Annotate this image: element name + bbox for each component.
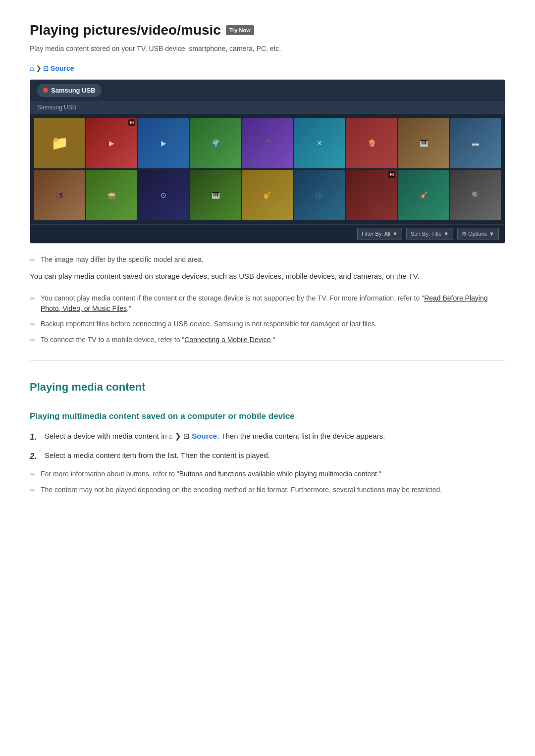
play-icon: 🥁 (107, 190, 116, 201)
note-item-2: ✏ You cannot play media content if the c… (30, 293, 505, 314)
media-cell-5[interactable]: ✕ (294, 118, 345, 168)
folder-icon: 📁 (51, 133, 68, 153)
play-icon: 🎩 (55, 190, 64, 201)
section-divider (30, 360, 505, 361)
media-cell-r2-4[interactable]: 🎹 (190, 170, 241, 220)
play-icon: 🎷 (264, 190, 272, 201)
step1-home-icon: ⌂ (169, 433, 173, 440)
media-cell-r2-1[interactable]: 🎩 (34, 170, 85, 220)
media-cell-6[interactable]: 🍿 (346, 118, 397, 168)
step-num-2: 2. (30, 450, 39, 463)
media-cell-folder[interactable]: 📁 (34, 118, 85, 168)
samsung-usb-label: Samsung USB (51, 86, 96, 96)
note-item-3: ✏ Backup important files before connecti… (30, 319, 505, 330)
step-2-text: Select a media content item from the lis… (45, 450, 270, 463)
steps-list: 1. Select a device with media content in… (30, 430, 505, 463)
media-cell-r2-8[interactable]: 🎸 (398, 170, 449, 220)
note-text-3: Backup important files before connecting… (41, 319, 377, 329)
media-cell-8[interactable]: ▬ (450, 118, 501, 168)
filter-button[interactable]: Filter By: All ▼ (357, 228, 402, 240)
pencil-icon-2: ✏ (30, 294, 36, 304)
link-connecting-mobile[interactable]: Connecting a Mobile Device (184, 336, 270, 344)
sort-button[interactable]: Sort By: Title ▼ (406, 228, 453, 240)
play-icon: ▶ (161, 138, 166, 149)
media-cell-2[interactable]: ▶ (138, 118, 189, 168)
sort-label: Sort By: Title (411, 230, 441, 238)
media-cell-3[interactable]: 🌍 (190, 118, 241, 168)
breadcrumb: ⌂ ❯ ⊡ Source (30, 63, 505, 74)
play-icon: 🎵 (264, 138, 272, 149)
screenshot-sub-label: Samsung USB (37, 104, 76, 111)
play-icon: 🎹 (212, 190, 220, 201)
media-cell-4[interactable]: 🎵 (242, 118, 293, 168)
note-item-4: ✏ To connect the TV to a mobile device, … (30, 335, 505, 346)
options-chevron: ▼ (489, 230, 494, 238)
note-item-1: ✏ The image may differ by the specific m… (30, 254, 505, 265)
link-buttons-functions[interactable]: Buttons and functions available while pl… (179, 470, 377, 478)
section2-heading: Playing multimedia content saved on a co… (30, 410, 505, 423)
body-paragraph: You can play media content saved on stor… (30, 270, 505, 282)
media-grid: 📁 HI ▶ ▶ 🌍 🎵 ✕ 🍿 🎹 ▬ 🎩 (30, 114, 505, 224)
play-icon: 🌍 (212, 138, 220, 149)
screenshot-bottom-bar: Filter By: All ▼ Sort By: Title ▼ ⚙ Opti… (30, 224, 505, 243)
step1-chevron: ❯ (175, 432, 183, 440)
media-badge-hi: HI (128, 119, 135, 126)
link-read-before[interactable]: Read Before Playing Photo, Video, or Mus… (41, 294, 488, 312)
media-badge-hi2: HI (388, 171, 395, 178)
play-icon: 🎸 (420, 190, 428, 201)
section1-heading: Playing media content (30, 379, 505, 399)
media-cell-1[interactable]: HI ▶ (86, 118, 137, 168)
play-icon: 🔍 (472, 190, 480, 201)
play-icon: ⊙ (160, 190, 166, 201)
note-item-6: ✏ The content may not be played dependin… (30, 485, 505, 496)
play-icon: 🎹 (420, 138, 428, 149)
filter-label: Filter By: All (362, 230, 390, 238)
breadcrumb-source-label[interactable]: Source (51, 63, 74, 74)
pencil-icon-5: ✏ (30, 469, 36, 480)
media-cell-7[interactable]: 🎹 (398, 118, 449, 168)
pencil-icon-1: ✏ (30, 255, 36, 265)
step1-source-label[interactable]: Source (192, 432, 217, 440)
step-1: 1. Select a device with media content in… (30, 430, 505, 444)
page-title: Playing pictures/video/music Try Now (30, 20, 505, 41)
step-1-text: Select a device with media content in ⌂ … (45, 430, 385, 444)
media-cell-r2-7[interactable]: HI (346, 170, 397, 220)
media-cell-r2-5[interactable]: 🎷 (242, 170, 293, 220)
media-cell-r2-6[interactable]: 🎼 (294, 170, 345, 220)
step-num-1: 1. (30, 430, 39, 444)
options-button[interactable]: ⚙ Options ▼ (457, 228, 499, 240)
note-item-5: ✏ For more information about buttons, re… (30, 469, 505, 480)
screenshot-frame: Samsung USB Samsung USB 📁 HI ▶ ▶ 🌍 🎵 ✕ 🍿 (30, 79, 505, 244)
note-text-4: To connect the TV to a mobile device, re… (41, 335, 275, 345)
play-icon: ▶ (109, 138, 114, 149)
note-text-1: The image may differ by the specific mod… (41, 254, 204, 265)
pencil-icon-6: ✏ (30, 485, 36, 496)
play-icon: 🎼 (316, 190, 324, 201)
source-icon: ⊡ (43, 64, 49, 74)
note-text-6: The content may not be played depending … (41, 485, 442, 495)
subtitle: Play media content stored on your TV, US… (30, 44, 505, 54)
try-now-badge[interactable]: Try Now (226, 25, 254, 36)
note-text-2: You cannot play media content if the con… (41, 293, 505, 314)
sort-chevron: ▼ (443, 230, 449, 238)
breadcrumb-chevron: ❯ (36, 64, 41, 73)
filter-chevron: ▼ (392, 230, 398, 238)
play-icon: 🍿 (368, 138, 376, 149)
screenshot-subtitle-bar: Samsung USB (30, 101, 505, 114)
pencil-icon-4: ✏ (30, 335, 36, 346)
media-cell-r2-3[interactable]: ⊙ (138, 170, 189, 220)
usb-dot (43, 88, 48, 93)
play-icon: ✕ (317, 138, 322, 149)
home-icon: ⌂ (30, 63, 34, 74)
play-icon: ▬ (472, 138, 479, 149)
step-2: 2. Select a media content item from the … (30, 450, 505, 463)
title-text: Playing pictures/video/music (30, 20, 221, 41)
note-text-5: For more information about buttons, refe… (41, 469, 381, 479)
options-label: ⚙ Options (462, 230, 487, 238)
screenshot-topbar: Samsung USB (30, 80, 505, 101)
media-cell-r2-2[interactable]: 🥁 (86, 170, 137, 220)
media-cell-r2-9[interactable]: 🔍 (450, 170, 501, 220)
samsung-usb-button[interactable]: Samsung USB (37, 84, 102, 98)
step1-source-icon: ⊡ (183, 432, 190, 440)
pencil-icon-3: ✏ (30, 319, 36, 330)
